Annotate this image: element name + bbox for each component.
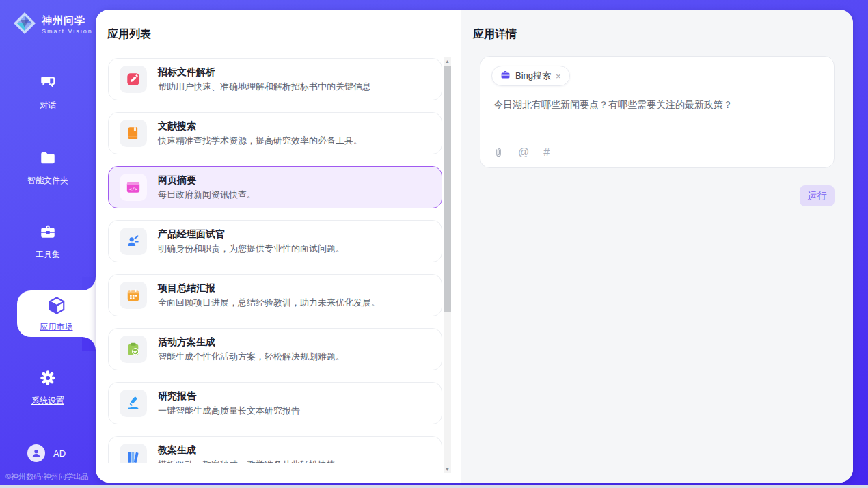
app-card[interactable]: 研究报告一键智能生成高质量长文本研究报告 <box>108 382 442 424</box>
copyright-footer: ©神州数码·神州问学出品 <box>5 472 89 482</box>
app-name: 文献搜索 <box>158 120 362 133</box>
app-name: 产品经理面试官 <box>158 228 344 241</box>
app-card-list: 招标文件解析帮助用户快速、准确地理解和解析招标书中的关键信息文献搜索快速精准查找… <box>108 58 442 463</box>
sidebar-item-settings[interactable]: 系统设置 <box>0 369 96 407</box>
prompt-input-card[interactable]: Bing搜索 × 今日湖北有哪些新闻要点？有哪些需要关注的最新政策？ @# <box>480 56 835 168</box>
app-description: 智能生成个性化活动方案，轻松解决规划难题。 <box>158 351 344 363</box>
book-icon <box>120 120 147 147</box>
app-card[interactable]: 文献搜索快速精准查找学术资源，提高研究效率的必备工具。 <box>108 112 442 154</box>
app-card[interactable]: 教案生成模板驱动，教案秒成，教学准备从此轻松快捷 <box>108 436 442 463</box>
brand-subtitle: Smart Vision <box>42 28 93 35</box>
attach-icon[interactable] <box>493 147 504 159</box>
gear-icon <box>39 369 57 390</box>
user-menu[interactable]: AD <box>27 444 66 462</box>
scroll-down-icon[interactable]: ▼ <box>444 465 451 473</box>
app-card[interactable]: 活动方案生成智能生成个性化活动方案，轻松解决规划难题。 <box>108 328 442 370</box>
app-name: 项目总结汇报 <box>158 282 380 295</box>
app-card[interactable]: 招标文件解析帮助用户快速、准确地理解和解析招标书中的关键信息 <box>108 58 442 100</box>
user-name: AD <box>53 448 66 459</box>
hashtag-icon[interactable]: # <box>543 146 550 159</box>
app-description: 模板驱动，教案秒成，教学准备从此轻松快捷 <box>158 459 336 464</box>
app-description: 帮助用户快速、准确地理解和解析招标书中的关键信息 <box>158 81 371 93</box>
sidebar-item-label: 工具集 <box>36 249 60 260</box>
toolbox-icon <box>39 223 57 243</box>
app-name: 网页摘要 <box>158 174 256 187</box>
brand-logo-icon <box>12 11 37 38</box>
main-content: 应用列表 招标文件解析帮助用户快速、准确地理解和解析招标书中的关键信息文献搜索快… <box>96 10 853 483</box>
app-description: 全面回顾项目进展，总结经验教训，助力未来优化发展。 <box>158 297 380 309</box>
avatar[interactable] <box>27 444 45 462</box>
sidebar: 神州问学 Smart Vision 对话智能文件夹工具集应用市场系统设置 AD … <box>0 0 96 488</box>
edit-square-icon <box>120 66 147 93</box>
brand-name: 神州问学 <box>42 14 93 27</box>
briefcase-icon <box>500 70 511 83</box>
input-toolbar: @# <box>493 146 550 159</box>
sidebar-item-chat[interactable]: 对话 <box>0 74 96 111</box>
chip-close-icon[interactable]: × <box>556 71 561 81</box>
tool-chip-bing-search[interactable]: Bing搜索 × <box>491 66 570 86</box>
sidebar-item-label: 应用市场 <box>40 321 73 333</box>
microscope-icon <box>120 390 147 417</box>
app-description: 快速精准查找学术资源，提高研究效率的必备工具。 <box>158 135 362 147</box>
app-name: 活动方案生成 <box>158 336 344 349</box>
app-name: 研究报告 <box>158 390 300 403</box>
app-description: 明确身份和职责，为您提供专业性的面试问题。 <box>158 243 344 255</box>
scroll-up-icon[interactable]: ▲ <box>444 57 451 65</box>
svg-text:</>: </> <box>129 187 137 192</box>
sidebar-item-label: 对话 <box>40 100 56 111</box>
active-tab-bottom-curve <box>82 337 96 351</box>
sidebar-item-toolset[interactable]: 工具集 <box>0 223 96 260</box>
folder-icon <box>39 149 57 170</box>
app-description: 一键智能生成高质量长文本研究报告 <box>158 405 300 417</box>
chat-icon <box>39 74 57 94</box>
books-icon <box>120 444 147 463</box>
bottom-edge-strip <box>0 485 868 488</box>
app-list-panel: 应用列表 招标文件解析帮助用户快速、准确地理解和解析招标书中的关键信息文献搜索快… <box>96 10 461 483</box>
sidebar-item-smart-folder[interactable]: 智能文件夹 <box>0 149 96 187</box>
sidebar-item-app-market[interactable]: 应用市场 <box>17 290 96 337</box>
brand: 神州问学 Smart Vision <box>12 11 93 38</box>
cube-icon <box>46 295 67 318</box>
prompt-text[interactable]: 今日湖北有哪些新闻要点？有哪些需要关注的最新政策？ <box>493 99 821 111</box>
app-name: 教案生成 <box>158 444 336 457</box>
app-list-scrollbar[interactable]: ▲ ▼ <box>444 57 451 473</box>
app-description: 每日政府新闻资讯快查。 <box>158 189 256 201</box>
interviewer-icon <box>120 228 147 255</box>
sidebar-item-label: 智能文件夹 <box>27 175 68 187</box>
mention-icon[interactable]: @ <box>518 146 529 159</box>
clipboard-check-icon <box>120 336 147 363</box>
app-card[interactable]: </>网页摘要每日政府新闻资讯快查。 <box>108 166 442 208</box>
app-list-title: 应用列表 <box>107 27 151 42</box>
calendar-icon <box>120 282 147 309</box>
browser-code-icon: </> <box>120 174 147 201</box>
app-detail-title: 应用详情 <box>473 27 517 42</box>
app-name: 招标文件解析 <box>158 66 371 79</box>
sidebar-item-label: 系统设置 <box>31 395 64 407</box>
scrollbar-thumb[interactable] <box>444 66 451 312</box>
app-detail-panel: 应用详情 Bing搜索 × 今日湖北有哪些新闻要点？有哪些需要关注的最新政策？ … <box>461 10 853 483</box>
app-card[interactable]: 项目总结汇报全面回顾项目进展，总结经验教训，助力未来优化发展。 <box>108 274 442 316</box>
app-card[interactable]: 产品经理面试官明确身份和职责，为您提供专业性的面试问题。 <box>108 220 442 262</box>
tool-chip-label: Bing搜索 <box>515 70 551 82</box>
active-tab-top-curve <box>82 277 96 290</box>
run-button[interactable]: 运行 <box>800 185 835 206</box>
